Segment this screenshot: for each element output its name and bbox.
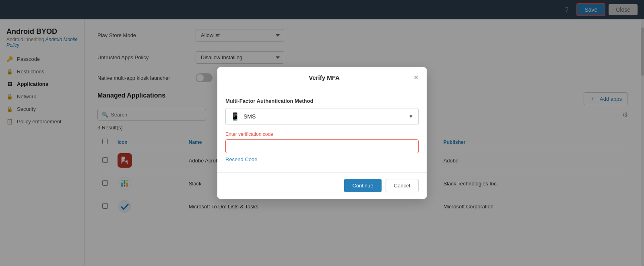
verification-code-label: Enter verification code bbox=[225, 131, 419, 137]
continue-button[interactable]: Continue bbox=[344, 179, 381, 192]
verification-code-input[interactable] bbox=[225, 139, 419, 153]
sms-label: SMS bbox=[244, 113, 256, 120]
modal-title: Verify MFA bbox=[235, 74, 413, 81]
verify-mfa-modal: Verify MFA ✕ Multi-Factor Authentication… bbox=[217, 67, 427, 199]
cancel-button[interactable]: Cancel bbox=[386, 179, 419, 192]
mfa-method-label: Multi-Factor Authentication Method bbox=[225, 98, 419, 104]
modal-footer: Continue Cancel bbox=[217, 172, 427, 199]
modal-body: Multi-Factor Authentication Method 📱 SMS… bbox=[217, 88, 427, 172]
modal-header: Verify MFA ✕ bbox=[217, 67, 427, 88]
modal-close-button[interactable]: ✕ bbox=[413, 74, 419, 81]
modal-overlay: Verify MFA ✕ Multi-Factor Authentication… bbox=[0, 0, 644, 266]
phone-icon: 📱 bbox=[231, 112, 239, 121]
sms-dropdown[interactable]: 📱 SMS ▼ bbox=[225, 108, 419, 125]
dropdown-arrow-icon: ▼ bbox=[409, 114, 413, 119]
resend-code-link[interactable]: Resend Code bbox=[225, 156, 258, 162]
